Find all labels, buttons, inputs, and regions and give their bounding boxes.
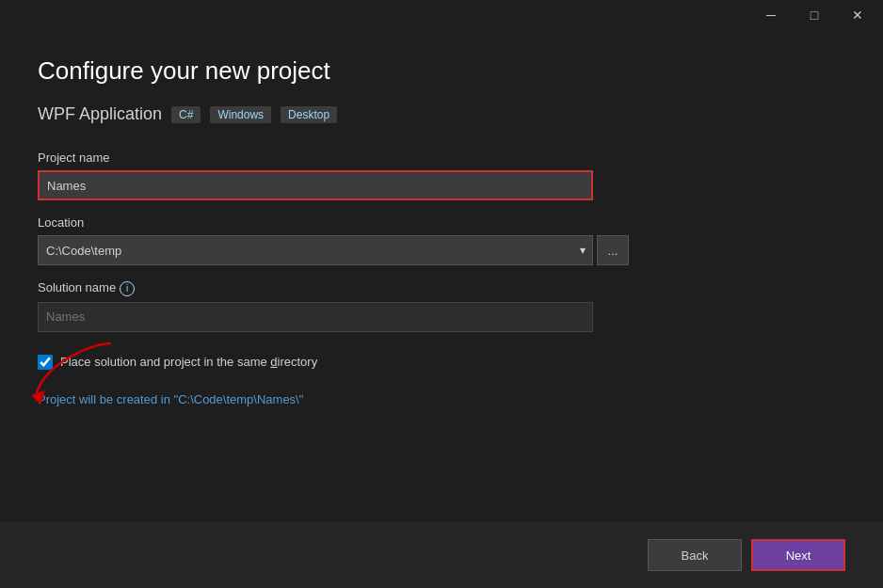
project-name-input[interactable] [38, 170, 593, 200]
solution-name-input[interactable] [38, 302, 593, 332]
page-title: Configure your new project [38, 56, 845, 86]
tag-csharp: C# [171, 106, 201, 123]
project-name-group: Project name [38, 151, 845, 200]
browse-button[interactable]: ... [597, 235, 629, 265]
location-select[interactable]: C:\Code\temp [38, 235, 593, 265]
project-type-name: WPF Application [38, 104, 162, 124]
minimize-button[interactable]: ─ [749, 0, 793, 30]
footer: Back Next [0, 522, 883, 588]
title-bar-buttons: ─ □ ✕ [749, 0, 879, 30]
info-icon[interactable]: i [120, 281, 135, 296]
checkbox-label[interactable]: Place solution and project in the same d… [60, 355, 317, 369]
location-select-wrapper: C:\Code\temp [38, 235, 593, 265]
main-content: Configure your new project WPF Applicati… [0, 30, 883, 588]
solution-name-label: Solution namei [38, 280, 845, 296]
title-bar: ─ □ ✕ [0, 0, 883, 30]
maximize-button[interactable]: □ [793, 0, 836, 30]
next-button[interactable]: Next [751, 539, 845, 571]
configure-project-window: ─ □ ✕ Configure your new project WPF App… [0, 0, 883, 588]
location-row: C:\Code\temp ... [38, 235, 845, 265]
next-label: Next [786, 548, 811, 563]
tag-desktop: Desktop [281, 106, 337, 123]
location-group: Location C:\Code\temp ... [38, 215, 845, 265]
close-button[interactable]: ✕ [836, 0, 879, 30]
tag-windows: Windows [210, 106, 271, 123]
project-type-row: WPF Application C# Windows Desktop [38, 104, 845, 124]
checkbox-row: Place solution and project in the same d… [38, 355, 845, 370]
back-button[interactable]: Back [648, 539, 742, 571]
same-directory-checkbox[interactable] [38, 355, 53, 370]
project-path-text: Project will be created in "C:\Code\temp… [38, 392, 845, 406]
project-name-label: Project name [38, 151, 845, 165]
solution-name-group: Solution namei [38, 280, 845, 332]
location-label: Location [38, 215, 845, 230]
back-label: Back [682, 548, 709, 563]
